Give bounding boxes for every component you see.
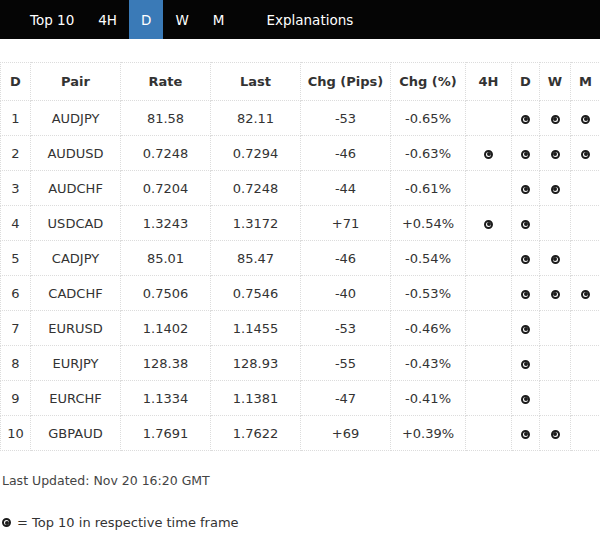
cell-rank: 7	[1, 311, 31, 346]
cell-w-marker	[540, 276, 571, 311]
cell-last: 1.1455	[211, 311, 301, 346]
top10-marker-icon	[581, 115, 590, 124]
top10-marker-icon	[551, 290, 560, 299]
top10-marker-icon	[484, 150, 493, 159]
top10-marker-icon	[521, 150, 530, 159]
top10-marker-icon	[551, 255, 560, 264]
col-header-chg-pct: Chg (%)	[391, 63, 466, 101]
tab-explanations[interactable]: Explanations	[254, 0, 365, 39]
tab-d[interactable]: D	[129, 0, 163, 39]
last-updated-text: Last Updated: Nov 20 16:20 GMT	[2, 473, 600, 488]
cell-pair: CADJPY	[31, 241, 121, 276]
cell-m-marker	[571, 311, 600, 346]
cell-4h-marker	[466, 311, 512, 346]
cell-m-marker	[571, 276, 600, 311]
cell-last: 1.7622	[211, 416, 301, 451]
top10-marker-icon	[521, 185, 530, 194]
cell-d-marker	[512, 171, 540, 206]
cell-d-marker	[512, 276, 540, 311]
cell-chg-pips: -53	[301, 311, 391, 346]
cell-chg-pips: -46	[301, 136, 391, 171]
cell-rank: 3	[1, 171, 31, 206]
cell-w-marker	[540, 346, 571, 381]
cell-pair: CADCHF	[31, 276, 121, 311]
cell-chg-pct: -0.63%	[391, 136, 466, 171]
col-header-chg-pips: Chg (Pips)	[301, 63, 391, 101]
cell-d-marker	[512, 101, 540, 136]
cell-rank: 2	[1, 136, 31, 171]
cell-chg-pips: -53	[301, 101, 391, 136]
col-header-m: M	[571, 63, 600, 101]
table-header-row: D Pair Rate Last Chg (Pips) Chg (%) 4H D…	[1, 63, 600, 101]
table-row: 2 AUDUSD 0.7248 0.7294 -46 -0.63%	[1, 136, 600, 171]
cell-w-marker	[540, 206, 571, 241]
cell-4h-marker	[466, 416, 512, 451]
cell-chg-pips: -40	[301, 276, 391, 311]
table-row: 8 EURJPY 128.38 128.93 -55 -0.43%	[1, 346, 600, 381]
cell-d-marker	[512, 311, 540, 346]
table-row: 6 CADCHF 0.7506 0.7546 -40 -0.53%	[1, 276, 600, 311]
cell-last: 0.7248	[211, 171, 301, 206]
cell-4h-marker	[466, 101, 512, 136]
cell-4h-marker	[466, 276, 512, 311]
cell-w-marker	[540, 311, 571, 346]
table-row: 10 GBPAUD 1.7691 1.7622 +69 +0.39%	[1, 416, 600, 451]
cell-rate: 1.1402	[121, 311, 211, 346]
legend-text: = Top 10 in respective time frame	[17, 515, 239, 530]
top10-marker-icon	[581, 150, 590, 159]
table-row: 9 EURCHF 1.1334 1.1381 -47 -0.41%	[1, 381, 600, 416]
cell-w-marker	[540, 171, 571, 206]
cell-m-marker	[571, 101, 600, 136]
legend: = Top 10 in respective time frame	[2, 515, 600, 530]
col-header-rate: Rate	[121, 63, 211, 101]
cell-d-marker	[512, 241, 540, 276]
cell-chg-pips: -44	[301, 171, 391, 206]
cell-chg-pct: -0.41%	[391, 381, 466, 416]
cell-last: 128.93	[211, 346, 301, 381]
cell-rank: 4	[1, 206, 31, 241]
cell-pair: EURCHF	[31, 381, 121, 416]
cell-4h-marker	[466, 241, 512, 276]
cell-rate: 0.7506	[121, 276, 211, 311]
cell-rank: 8	[1, 346, 31, 381]
cell-chg-pips: -55	[301, 346, 391, 381]
cell-rate: 0.7204	[121, 171, 211, 206]
top10-marker-icon	[484, 220, 493, 229]
table-row: 7 EURUSD 1.1402 1.1455 -53 -0.46%	[1, 311, 600, 346]
cell-w-marker	[540, 241, 571, 276]
tab-m[interactable]: M	[201, 0, 237, 39]
top10-table: D Pair Rate Last Chg (Pips) Chg (%) 4H D…	[0, 62, 600, 451]
table-row: 4 USDCAD 1.3243 1.3172 +71 +0.54%	[1, 206, 600, 241]
top10-marker-icon	[521, 255, 530, 264]
cell-pair: USDCAD	[31, 206, 121, 241]
cell-last: 0.7294	[211, 136, 301, 171]
cell-rank: 9	[1, 381, 31, 416]
cell-pair: EURUSD	[31, 311, 121, 346]
tab-w[interactable]: W	[163, 0, 200, 39]
tab-top-10[interactable]: Top 10	[18, 0, 86, 39]
cell-pair: GBPAUD	[31, 416, 121, 451]
top10-marker-icon	[521, 395, 530, 404]
tab-4h[interactable]: 4H	[86, 0, 129, 39]
cell-last: 1.1381	[211, 381, 301, 416]
cell-rank: 6	[1, 276, 31, 311]
cell-rate: 128.38	[121, 346, 211, 381]
col-header-rank: D	[1, 63, 31, 101]
cell-pair: AUDCHF	[31, 171, 121, 206]
table-row: 3 AUDCHF 0.7204 0.7248 -44 -0.61%	[1, 171, 600, 206]
table-row: 1 AUDJPY 81.58 82.11 -53 -0.65%	[1, 101, 600, 136]
top10-marker-icon	[551, 150, 560, 159]
cell-rate: 0.7248	[121, 136, 211, 171]
cell-chg-pct: -0.43%	[391, 346, 466, 381]
cell-rank: 1	[1, 101, 31, 136]
top10-marker-icon	[581, 290, 590, 299]
cell-4h-marker	[466, 136, 512, 171]
top10-marker-icon	[521, 430, 530, 439]
top-navbar: Top 10 4H D W M Explanations	[0, 0, 600, 39]
top10-marker-icon	[521, 360, 530, 369]
cell-last: 85.47	[211, 241, 301, 276]
top10-marker-icon	[521, 290, 530, 299]
cell-m-marker	[571, 136, 600, 171]
cell-rate: 1.7691	[121, 416, 211, 451]
cell-chg-pct: -0.61%	[391, 171, 466, 206]
